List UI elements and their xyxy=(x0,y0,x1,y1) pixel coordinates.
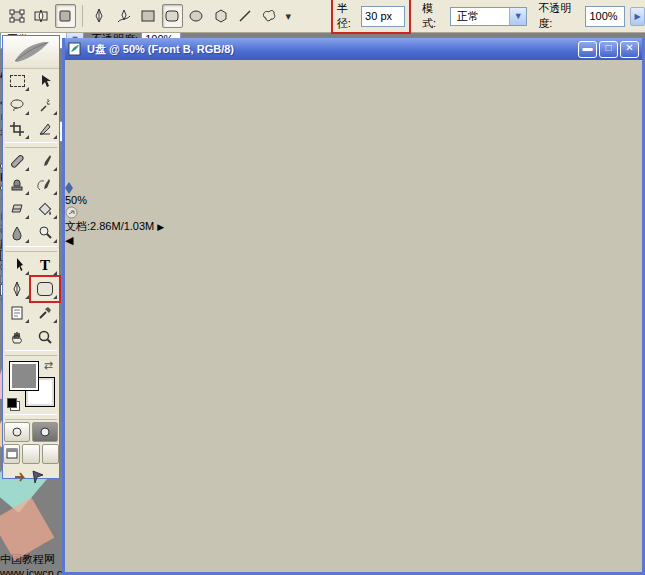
default-colors-icon[interactable] xyxy=(7,398,20,411)
toolbox-separator xyxy=(5,142,57,148)
vertical-scrollbar[interactable] xyxy=(65,182,642,194)
blur-tool[interactable] xyxy=(3,221,31,245)
pen-tool[interactable] xyxy=(3,277,31,301)
fullscreen-menubar-button[interactable] xyxy=(22,444,39,464)
minimize-button[interactable]: ▬ xyxy=(578,41,597,58)
document-title: U盘 @ 50% (Front B, RGB/8) xyxy=(87,42,576,57)
crop-tool[interactable] xyxy=(3,117,31,141)
paths-icon[interactable] xyxy=(30,4,51,28)
document-client-area: 0 1 2 3 4 5 6 7 8 0 1 2 3 4 5 6 7 xyxy=(65,38,642,247)
opacity-spinner-icon[interactable]: ▶ xyxy=(630,7,645,26)
opacity-label: 不透明度: xyxy=(538,1,579,31)
zoom-level: 50% xyxy=(65,194,87,206)
standard-mode-button[interactable] xyxy=(4,422,30,442)
toolbox-header[interactable] xyxy=(3,36,59,69)
rounded-rectangle-shape-tool[interactable] xyxy=(31,277,59,301)
eyedropper-tool[interactable] xyxy=(31,301,59,325)
fill-pixels-icon[interactable] xyxy=(55,4,76,28)
standard-screen-button[interactable] xyxy=(3,444,20,464)
document-window: U盘 @ 50% (Front B, RGB/8) ▬ □ ✕ 0 1 2 3 … xyxy=(62,38,645,575)
notes-tool[interactable] xyxy=(3,301,31,325)
clone-stamp-tool[interactable] xyxy=(3,173,31,197)
canvas-viewport[interactable] xyxy=(65,62,642,182)
scroll-left-icon[interactable]: ◀ xyxy=(65,234,642,247)
watermark-feather-coral xyxy=(0,498,54,561)
mode-label: 模式: xyxy=(422,1,444,31)
options-separator xyxy=(82,5,83,27)
document-size-info: 文档:2.86M/1.03M xyxy=(65,220,154,232)
path-selection-tool[interactable] xyxy=(3,253,31,277)
rounded-rectangle-shape[interactable] xyxy=(65,62,114,182)
polygon-tool-icon[interactable] xyxy=(210,4,231,28)
magic-wand-tool[interactable] xyxy=(31,93,59,117)
shape-options-arrow-icon[interactable]: ▾ xyxy=(283,4,294,28)
zoom-level-box[interactable]: 50% xyxy=(65,194,642,206)
hand-tool[interactable] xyxy=(3,325,31,349)
radius-label: 半径: xyxy=(337,1,358,31)
toolbox-separator xyxy=(5,246,57,252)
freeform-pen-icon[interactable] xyxy=(113,4,134,28)
history-brush-tool[interactable] xyxy=(31,173,59,197)
status-bar: 50% 文档:2.86M/1.03M ▶ ◀ xyxy=(65,194,642,247)
radius-input[interactable]: 30 px xyxy=(361,6,405,27)
zoom-tool[interactable] xyxy=(31,325,59,349)
shape-layers-icon[interactable] xyxy=(6,4,27,28)
rounded-rectangle-tool-icon[interactable] xyxy=(162,4,183,28)
toolbox: T ⇄ xyxy=(2,35,60,479)
quick-mask-mode-button[interactable] xyxy=(32,422,58,442)
fullscreen-button[interactable] xyxy=(42,444,59,464)
rectangle-tool-icon[interactable] xyxy=(137,4,158,28)
rectangular-marquee-tool[interactable] xyxy=(3,69,31,93)
foreground-color-swatch[interactable] xyxy=(9,361,39,391)
lasso-tool[interactable] xyxy=(3,93,31,117)
toolbox-separator xyxy=(5,350,57,356)
mode-dropdown[interactable]: 正常 ▼ xyxy=(450,7,527,26)
type-tool[interactable]: T xyxy=(31,253,59,277)
ellipse-tool-icon[interactable] xyxy=(186,4,207,28)
horizontal-scrollbar[interactable]: ◀ xyxy=(65,234,642,247)
line-tool-icon[interactable] xyxy=(234,4,255,28)
feather-logo-icon xyxy=(11,39,51,65)
mode-value: 正常 xyxy=(451,9,509,24)
maximize-button[interactable]: □ xyxy=(599,41,618,58)
swap-colors-icon[interactable]: ⇄ xyxy=(44,359,53,372)
healing-brush-tool[interactable] xyxy=(3,149,31,173)
opacity-input[interactable]: 100% xyxy=(585,6,625,27)
color-swatches: ⇄ xyxy=(7,359,55,411)
status-arrow-icon[interactable]: ▶ xyxy=(157,222,164,232)
mode-dropdown-arrow-icon[interactable]: ▼ xyxy=(509,8,526,25)
jump-to-imageready-button[interactable] xyxy=(13,468,49,486)
brush-tool[interactable] xyxy=(31,149,59,173)
photoshop-window: ▾ 半径: 30 px 模式: 正常 ▼ 不透明度: 100% ▶ xyxy=(0,0,645,575)
eraser-tool[interactable] xyxy=(3,197,31,221)
status-menu-icon[interactable] xyxy=(65,206,78,219)
toolbox-separator xyxy=(5,414,57,420)
paint-bucket-tool[interactable] xyxy=(31,197,59,221)
document-icon xyxy=(68,42,83,56)
pen-tool-icon[interactable] xyxy=(89,4,110,28)
dodge-tool[interactable] xyxy=(31,221,59,245)
tool-options-bar: ▾ 半径: 30 px 模式: 正常 ▼ 不透明度: 100% ▶ xyxy=(0,0,645,33)
slice-tool[interactable] xyxy=(31,117,59,141)
move-tool[interactable] xyxy=(31,69,59,93)
custom-shape-tool-icon[interactable] xyxy=(259,4,280,28)
radius-annotated-group: 半径: 30 px xyxy=(331,0,411,34)
close-button[interactable]: ✕ xyxy=(620,41,639,58)
document-title-bar[interactable]: U盘 @ 50% (Front B, RGB/8) ▬ □ ✕ xyxy=(65,38,642,60)
